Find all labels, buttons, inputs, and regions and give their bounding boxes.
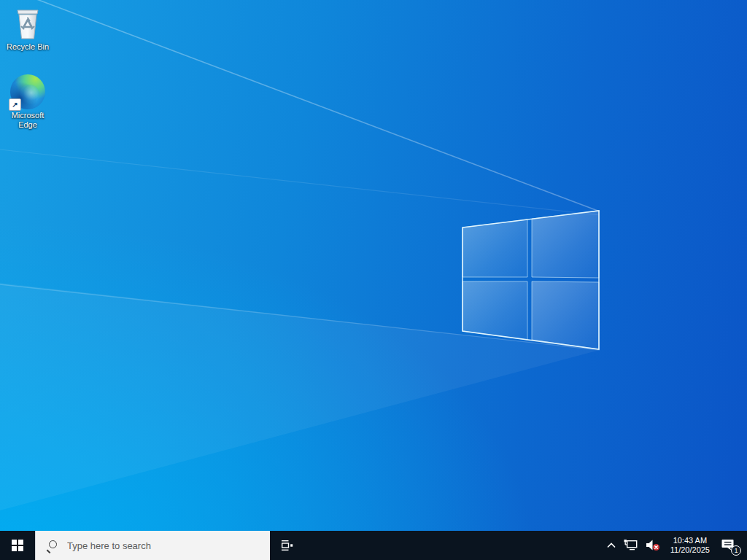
windows-desktop: Recycle Bin ↗ Microsoft Edge xyxy=(0,0,747,560)
task-view-button[interactable] xyxy=(270,531,303,560)
clock-date: 11/20/2025 xyxy=(670,545,710,555)
volume-muted-icon xyxy=(646,539,662,552)
microsoft-edge-label: Microsoft Edge xyxy=(4,111,51,130)
taskbar: 10:43 AM 11/20/2025 1 xyxy=(0,531,747,560)
edge-logo-glyph: ↗ xyxy=(10,74,45,109)
action-center-button[interactable]: 1 xyxy=(715,531,744,560)
recycle-bin-icon[interactable]: Recycle Bin xyxy=(4,6,51,52)
show-hidden-icons-button[interactable] xyxy=(603,531,620,560)
shortcut-arrow-badge: ↗ xyxy=(9,98,21,111)
taskbar-search-box[interactable] xyxy=(35,531,270,560)
task-view-icon xyxy=(279,538,294,553)
notification-count-badge: 1 xyxy=(731,545,741,556)
taskbar-clock[interactable]: 10:43 AM 11/20/2025 xyxy=(665,531,715,560)
microsoft-edge-icon[interactable]: ↗ Microsoft Edge xyxy=(4,74,51,130)
clock-time: 10:43 AM xyxy=(673,536,707,545)
search-input[interactable] xyxy=(66,540,251,552)
desktop-wallpaper xyxy=(0,0,747,560)
network-ethernet-icon xyxy=(624,539,638,552)
wallpaper-logo-graphic xyxy=(0,0,747,560)
network-tray-button[interactable] xyxy=(620,531,642,560)
recycle-bin-label: Recycle Bin xyxy=(7,42,49,52)
windows-logo-icon xyxy=(12,540,23,551)
search-icon xyxy=(46,540,57,551)
chevron-up-icon xyxy=(606,541,616,550)
taskbar-empty-area xyxy=(303,531,603,560)
recycle-bin-glyph xyxy=(10,6,45,41)
volume-tray-button[interactable] xyxy=(642,531,665,560)
system-tray: 10:43 AM 11/20/2025 1 xyxy=(603,531,747,560)
start-button[interactable] xyxy=(0,531,35,560)
